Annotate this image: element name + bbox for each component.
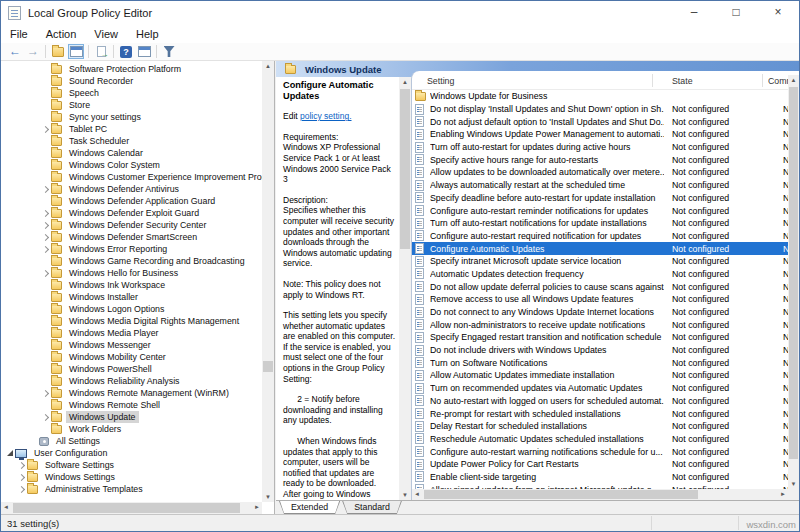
list-row-do-not-allow-update-deferral-policies-to-cause-scans-against[interactable]: Do not allow update deferral policies to… — [412, 280, 788, 293]
description-vscroll-thumb[interactable] — [400, 89, 410, 249]
tree-item-windows-hello-for-business[interactable]: Windows Hello for Business — [1, 267, 262, 279]
tree-item-windows-defender-smartscreen[interactable]: Windows Defender SmartScreen — [1, 231, 262, 243]
list-row-configure-auto-restart-reminder-notifications-for-updates[interactable]: Configure auto-restart reminder notifica… — [412, 204, 788, 217]
chevron-right-icon[interactable] — [41, 223, 51, 228]
column-divider[interactable] — [652, 74, 653, 87]
tree-item-windows-messenger[interactable]: Windows Messenger — [1, 339, 262, 351]
close-button[interactable]: × — [757, 1, 799, 24]
list-row-turn-on-recommended-updates-via-automatic-updates[interactable]: Turn on recommended updates via Automati… — [412, 382, 788, 395]
tree-item-windows-defender-application-guard[interactable]: Windows Defender Application Guard — [1, 195, 262, 207]
list-row-specify-deadline-before-auto-restart-for-update-installation[interactable]: Specify deadline before auto-restart for… — [412, 192, 788, 205]
menu-item-view[interactable]: View — [85, 28, 127, 40]
list-row-reschedule-automatic-updates-scheduled-installations[interactable]: Reschedule Automatic Updates scheduled i… — [412, 433, 788, 446]
scroll-down-icon[interactable]: ▼ — [399, 492, 411, 498]
tab-standard[interactable]: Standard — [342, 501, 402, 514]
tree-item-windows-logon-options[interactable]: Windows Logon Options — [1, 303, 262, 315]
tab-extended[interactable]: Extended — [279, 501, 340, 514]
chevron-right-icon[interactable] — [41, 391, 51, 396]
properties-window-icon[interactable] — [136, 44, 152, 59]
scroll-up-icon[interactable]: ▲ — [262, 63, 274, 69]
chevron-right-icon[interactable] — [41, 235, 51, 240]
list-vertical-scrollbar[interactable]: ▲ ▼ — [788, 75, 799, 489]
list-row-do-not-adjust-default-option-to-install-updates-and-shut-do[interactable]: Do not adjust default option to 'Install… — [412, 115, 788, 128]
list-row-do-not-display-install-updates-and-shut-down-option-in-sh[interactable]: Do not display 'Install Updates and Shut… — [412, 103, 788, 116]
list-row-specify-engaged-restart-transition-and-notification-schedule[interactable]: Specify Engaged restart transition and n… — [412, 331, 788, 344]
minimize-button[interactable]: – — [673, 1, 715, 24]
tree-item-windows-media-digital-rights-management[interactable]: Windows Media Digital Rights Management — [1, 315, 262, 327]
list-row-automatic-updates-detection-frequency[interactable]: Automatic Updates detection frequencyNot… — [412, 268, 788, 281]
list-row-do-not-connect-to-any-windows-update-internet-locations[interactable]: Do not connect to any Windows Update Int… — [412, 306, 788, 319]
list-row-re-prompt-for-restart-with-scheduled-installations[interactable]: Re-prompt for restart with scheduled ins… — [412, 407, 788, 420]
chevron-right-icon[interactable] — [41, 271, 51, 276]
list-row-configure-auto-restart-required-notification-for-updates[interactable]: Configure auto-restart required notifica… — [412, 230, 788, 243]
menu-item-action[interactable]: Action — [37, 28, 86, 40]
tree-item-windows-defender-security-center[interactable]: Windows Defender Security Center — [1, 219, 262, 231]
list-horizontal-scrollbar[interactable]: ◄ ► — [412, 489, 788, 500]
list-row-turn-off-auto-restart-for-updates-during-active-hours[interactable]: Turn off auto-restart for updates during… — [412, 141, 788, 154]
tree-item-windows-error-reporting[interactable]: Windows Error Reporting — [1, 243, 262, 255]
tree-vscroll-thumb[interactable] — [263, 361, 273, 372]
tree-item-work-folders[interactable]: Work Folders — [1, 423, 262, 435]
maximize-button[interactable]: □ — [715, 1, 757, 24]
list-row-windows-update-for-business[interactable]: Windows Update for Business — [412, 90, 788, 103]
chevron-down-icon[interactable] — [5, 450, 15, 456]
tree-item-tablet-pc[interactable]: Tablet PC — [1, 123, 262, 135]
up-one-level-icon[interactable] — [50, 44, 66, 59]
list-row-specify-active-hours-range-for-auto-restarts[interactable]: Specify active hours range for auto-rest… — [412, 153, 788, 166]
list-hscroll-thumb[interactable] — [424, 490, 698, 499]
back-icon[interactable]: ← — [7, 44, 23, 59]
list-row-enabling-windows-update-power-management-to-automati[interactable]: Enabling Windows Update Power Management… — [412, 128, 788, 141]
description-vertical-scrollbar[interactable]: ▲ ▼ — [399, 77, 411, 500]
list-row-specify-intranet-microsoft-update-service-location[interactable]: Specify intranet Microsoft update servic… — [412, 255, 788, 268]
list-row-delay-restart-for-scheduled-installations[interactable]: Delay Restart for scheduled installation… — [412, 420, 788, 433]
chevron-right-icon[interactable] — [17, 475, 27, 480]
tree-vertical-scrollbar[interactable]: ▲ ▼ — [262, 61, 274, 502]
chevron-right-icon[interactable] — [17, 463, 27, 468]
column-header-state[interactable]: State — [672, 76, 693, 86]
tree-item-windows-reliability-analysis[interactable]: Windows Reliability Analysis — [1, 375, 262, 387]
tree-item-windows-powershell[interactable]: Windows PowerShell — [1, 363, 262, 375]
list-row-turn-off-auto-restart-notifications-for-update-installations[interactable]: Turn off auto-restart notifications for … — [412, 217, 788, 230]
filter-icon[interactable] — [161, 44, 177, 59]
tree-hscroll-thumb[interactable] — [13, 503, 240, 513]
scroll-left-icon[interactable]: ◄ — [3, 504, 9, 510]
list-row-no-auto-restart-with-logged-on-users-for-scheduled-automat[interactable]: No auto-restart with logged on users for… — [412, 395, 788, 408]
tree-item-windows-update[interactable]: Windows Update — [1, 411, 262, 423]
column-header-setting[interactable]: Setting — [427, 76, 454, 86]
list-row-update-power-policy-for-cart-restarts[interactable]: Update Power Policy for Cart RestartsNot… — [412, 458, 788, 471]
tree-item-speech[interactable]: Speech — [1, 87, 262, 99]
tree-item-windows-color-system[interactable]: Windows Color System — [1, 159, 262, 171]
scroll-down-icon[interactable]: ▼ — [788, 481, 799, 487]
tree-item-software-protection-platform[interactable]: Software Protection Platform — [1, 63, 262, 75]
forward-icon[interactable]: → — [25, 44, 41, 59]
export-list-icon[interactable] — [93, 44, 109, 59]
scroll-up-icon[interactable]: ▲ — [788, 77, 799, 83]
tree-item-windows-defender-exploit-guard[interactable]: Windows Defender Exploit Guard — [1, 207, 262, 219]
scroll-down-icon[interactable]: ▼ — [262, 494, 274, 500]
list-row-allow-automatic-updates-immediate-installation[interactable]: Allow Automatic Updates immediate instal… — [412, 369, 788, 382]
list-row-enable-client-side-targeting[interactable]: Enable client-side targetingNot configur… — [412, 471, 788, 484]
chevron-right-icon[interactable] — [41, 247, 51, 252]
tree-item-windows-calendar[interactable]: Windows Calendar — [1, 147, 262, 159]
list-row-configure-auto-restart-warning-notifications-schedule-for-u[interactable]: Configure auto-restart warning notificat… — [412, 445, 788, 458]
tree-item-administrative-templates[interactable]: Administrative Templates — [1, 483, 262, 495]
list-vscroll-thumb[interactable] — [789, 87, 798, 459]
chevron-right-icon[interactable] — [41, 127, 51, 132]
tree-item-sync-your-settings[interactable]: Sync your settings — [1, 111, 262, 123]
tree-item-windows-installer[interactable]: Windows Installer — [1, 291, 262, 303]
chevron-right-icon[interactable] — [41, 415, 51, 420]
tree-item-all-settings[interactable]: All Settings — [1, 435, 262, 447]
tree-item-windows-customer-experience-improvement-program[interactable]: Windows Customer Experience Improvement … — [1, 171, 262, 183]
chevron-right-icon[interactable] — [41, 211, 51, 216]
list-row-configure-automatic-updates[interactable]: Configure Automatic UpdatesNot configure… — [412, 242, 788, 255]
policy-setting-link[interactable]: policy setting. — [300, 111, 352, 121]
tree-item-store[interactable]: Store — [1, 99, 262, 111]
tree-horizontal-scrollbar[interactable]: ◄ ► — [1, 502, 262, 514]
list-row-turn-on-software-notifications[interactable]: Turn on Software NotificationsNot config… — [412, 356, 788, 369]
chevron-right-icon[interactable] — [41, 187, 51, 192]
list-row-remove-access-to-use-all-windows-update-features[interactable]: Remove access to use all Windows Update … — [412, 293, 788, 306]
menu-item-help[interactable]: Help — [127, 28, 168, 40]
chevron-right-icon[interactable] — [17, 487, 27, 492]
tree-item-sound-recorder[interactable]: Sound Recorder — [1, 75, 262, 87]
tree-item-task-scheduler[interactable]: Task Scheduler — [1, 135, 262, 147]
